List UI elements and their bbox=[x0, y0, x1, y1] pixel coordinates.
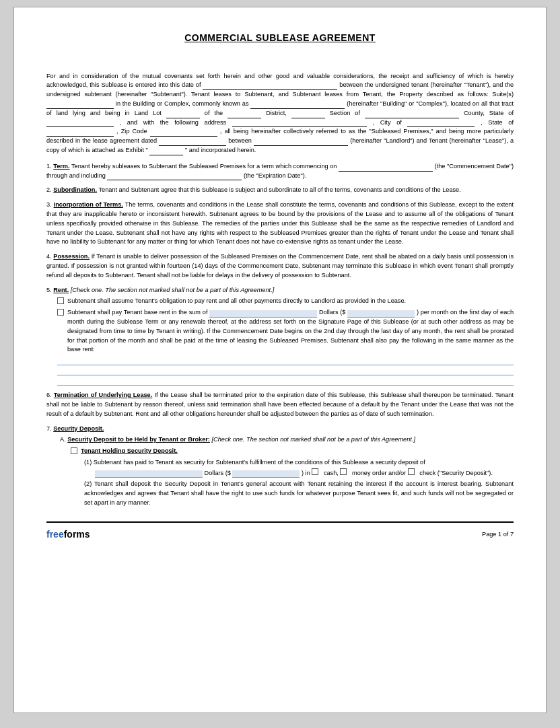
section-5-num: 5. bbox=[46, 287, 53, 293]
section-2: 2. Subordination. Tenant and Subtenant a… bbox=[46, 186, 514, 195]
security-sub-2: (2) Tenant shall deposit the Security De… bbox=[84, 480, 514, 507]
intro-text-1e: of the bbox=[205, 110, 223, 116]
section-2-title: Subordination. bbox=[53, 186, 97, 193]
footer: freeforms Page 1 of 7 bbox=[46, 528, 514, 542]
section-5-italic: [Check one. The section not marked shall… bbox=[71, 287, 275, 293]
checkbox-money-box[interactable] bbox=[340, 468, 347, 475]
section-7-sub-a-title: Security Deposit to be Held by Tenant or… bbox=[67, 436, 210, 443]
section-3-num: 3. bbox=[46, 201, 54, 208]
section-7-sub-a-label: A. bbox=[60, 436, 67, 443]
blank-expiry bbox=[107, 174, 242, 180]
section-1-body3: (the "Expiration Date"). bbox=[244, 172, 306, 179]
section-6-title: Termination of Underlying Lease. bbox=[54, 392, 153, 398]
sub-1-label: (1) bbox=[84, 459, 94, 466]
footer-divider bbox=[46, 521, 514, 523]
intro-text-1j: , City of bbox=[373, 119, 402, 126]
blank-deposit-amount bbox=[95, 470, 203, 478]
blank-state1 bbox=[46, 120, 114, 127]
security-sub-1: (1) Subtenant has paid to Tenant as secu… bbox=[84, 458, 514, 478]
section-4-body: If Tenant is unable to deliver possessio… bbox=[46, 253, 514, 279]
blank-date bbox=[203, 83, 337, 90]
blank-deposit-dollars bbox=[232, 470, 300, 478]
blank-building-name bbox=[250, 102, 345, 109]
rent-additional-line-3 bbox=[57, 377, 514, 386]
checkbox-a-item: Subtenant shall assume Tenant's obligati… bbox=[57, 297, 514, 306]
blank-address bbox=[232, 120, 367, 127]
intro-text-1l: , Zip Code bbox=[116, 128, 147, 135]
section-7-sub-a-italic: [Check one. The section not marked shall… bbox=[212, 436, 416, 443]
blank-suite bbox=[46, 102, 114, 109]
intro-paragraph: For and in consideration of the mutual c… bbox=[46, 72, 514, 155]
page-number: Page 1 of 7 bbox=[482, 530, 514, 539]
intro-text-1g: Section of bbox=[330, 110, 360, 116]
rent-additional-line-2 bbox=[57, 367, 514, 375]
section-4-title: Possession. bbox=[53, 253, 90, 260]
section-1-title: Term. bbox=[53, 163, 69, 170]
sub-2-body: Tenant shall deposit the Security Deposi… bbox=[84, 480, 514, 506]
intro-text-1n: between bbox=[228, 137, 252, 144]
blank-city bbox=[407, 120, 475, 127]
blank-exhibit bbox=[149, 149, 183, 155]
section-7-num: 7. bbox=[46, 425, 53, 432]
blank-county bbox=[365, 112, 459, 118]
section-4: 4. Possession. If Tenant is unable to de… bbox=[46, 252, 514, 280]
section-7: 7. Security Deposit. A. Security Deposit… bbox=[46, 425, 514, 508]
intro-text-1c: in the Building or Complex, commonly kno… bbox=[116, 100, 249, 107]
blank-rent-amount bbox=[209, 310, 317, 318]
section-6-num: 6. bbox=[46, 392, 54, 398]
section-5: 5. Rent. [Check one. The section not mar… bbox=[46, 286, 514, 386]
blank-state2 bbox=[46, 130, 114, 137]
checkbox-check-box[interactable] bbox=[408, 468, 415, 475]
blank-rent-dollars bbox=[347, 310, 415, 318]
intro-text-1f: District, bbox=[266, 110, 287, 116]
section-6: 6. Termination of Underlying Lease. If t… bbox=[46, 391, 514, 418]
intro-text-1i: , and with the following address bbox=[120, 119, 227, 126]
checkbox-b-item: Subtenant shall pay Tenant base rent in … bbox=[57, 308, 514, 355]
checkbox-tenant-box[interactable] bbox=[71, 447, 77, 454]
rent-additional-line-1 bbox=[57, 357, 514, 365]
sub-2-label: (2) bbox=[84, 480, 94, 487]
section-1-body: Tenant hereby subleases to Subtenant the… bbox=[71, 163, 337, 170]
section-1-num: 1. bbox=[46, 163, 53, 170]
document-page: COMMERCIAL SUBLEASE AGREEMENT For and in… bbox=[13, 7, 547, 713]
intro-text-1p: " and incorporated herein. bbox=[185, 147, 256, 153]
intro-text-1k: , State of bbox=[481, 119, 514, 126]
section-4-num: 4. bbox=[46, 253, 53, 260]
section-1: 1. Term. Tenant hereby subleases to Subt… bbox=[46, 162, 514, 181]
brand-free: free bbox=[46, 529, 64, 540]
checkbox-b-text: Subtenant shall pay Tenant base rent in … bbox=[67, 308, 514, 355]
blank-commence bbox=[339, 165, 433, 172]
blank-landlord bbox=[254, 139, 348, 146]
blank-district-num bbox=[291, 112, 325, 118]
blank-district-of bbox=[228, 112, 261, 118]
checkbox-a-box[interactable] bbox=[57, 297, 64, 304]
section-7-title: Security Deposit. bbox=[53, 425, 104, 432]
document-title: COMMERCIAL SUBLEASE AGREEMENT bbox=[46, 32, 514, 45]
section-5-title: Rent. bbox=[53, 287, 69, 293]
blank-lease-date bbox=[159, 139, 226, 146]
intro-text-1h: County, State of bbox=[464, 110, 514, 116]
checkbox-tenant-item: Tenant Holding Security Deposit. bbox=[71, 447, 514, 456]
blank-zip bbox=[150, 130, 217, 137]
section-2-body: Tenant and Subtenant agree that this Sub… bbox=[98, 186, 460, 193]
brand-logo: freeforms bbox=[46, 528, 90, 542]
section-2-num: 2. bbox=[46, 186, 53, 193]
checkbox-a-text: Subtenant shall assume Tenant's obligati… bbox=[67, 297, 406, 306]
checkbox-tenant-text: Tenant Holding Security Deposit. bbox=[81, 447, 178, 456]
brand-forms: forms bbox=[64, 529, 90, 540]
checkbox-cash-box[interactable] bbox=[312, 468, 318, 475]
blank-land-lot bbox=[166, 112, 200, 118]
section-3-title: Incorporation of Terms. bbox=[54, 201, 123, 208]
section-3: 3. Incorporation of Terms. The terms, co… bbox=[46, 201, 514, 247]
checkbox-b-box[interactable] bbox=[57, 309, 64, 316]
